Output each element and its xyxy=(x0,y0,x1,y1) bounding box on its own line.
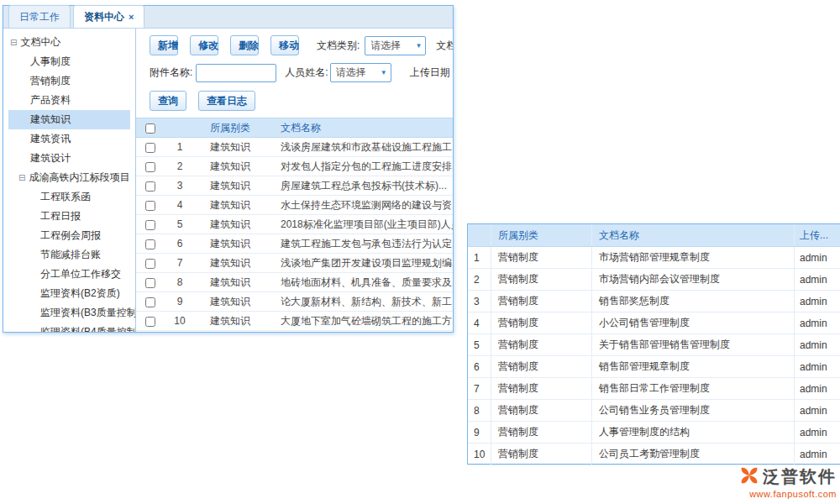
row-category: 建筑知识 xyxy=(195,198,279,213)
row-uploader: admin xyxy=(795,247,840,268)
row-checkbox[interactable] xyxy=(145,220,155,230)
table-row[interactable]: 1 营销制度 市场营销部管理规章制度 admin xyxy=(468,247,840,269)
row-doc-name: 市场营销内部会议管理制度 xyxy=(592,269,795,290)
row-checkbox[interactable] xyxy=(145,297,155,307)
tree-item-product-data[interactable]: 产品资料 xyxy=(8,91,130,110)
fanpu-logo: 泛普软件 www.fanpusoft.com xyxy=(739,465,837,499)
table-row[interactable]: 10 建筑知识 大厦地下室加气砼墙砌筑工程的施工方... xyxy=(136,312,453,331)
tree-item-supervision-b3[interactable]: 监理资料(B3质量控制) xyxy=(8,303,130,323)
row-doc-name: 小公司销售管理制度 xyxy=(592,312,795,333)
content-area: 新增 修改 删除 移动 文档类别: 请选择 ▼ 文档名称: 附件名称: 人员姓名… xyxy=(136,29,453,332)
collapse-icon[interactable]: ⊟ xyxy=(18,173,25,182)
table-row[interactable]: 8 营销制度 公司销售业务员管理制度 admin xyxy=(468,400,840,422)
collapse-icon[interactable]: ⊟ xyxy=(10,38,17,47)
row-uploader: admin xyxy=(795,291,840,312)
row-doc-name: 浅谈房屋建筑和市政基础设施工程施工... xyxy=(279,140,453,155)
table-row[interactable]: 4 营销制度 小公司销售管理制度 admin xyxy=(468,312,840,334)
table-row[interactable]: 2 营销制度 市场营销内部会议管理制度 admin xyxy=(468,269,840,291)
table-row[interactable]: 5 营销制度 关于销售部管理销售管理制度 admin xyxy=(468,334,840,356)
tree-item-supervision-b2[interactable]: 监理资料(B2资质) xyxy=(8,284,130,303)
row-category: 营销制度 xyxy=(491,400,592,421)
tree-item-supervision-b4[interactable]: 监理资料(B4质量控制) xyxy=(8,323,130,332)
tree-item-building-design[interactable]: 建筑设计 xyxy=(8,149,130,168)
documents-table: 所属别类 文档名称 1 建筑知识 浅谈房屋建筑和市政基础设施工程施工... 2 … xyxy=(136,118,453,331)
move-button[interactable]: 移动 xyxy=(270,35,299,55)
tree-item-daily-report[interactable]: 工程日报 xyxy=(8,207,130,226)
table-row[interactable]: 2 建筑知识 对发包人指定分包的工程施工进度安排... xyxy=(136,157,453,176)
row-uploader: admin xyxy=(795,422,840,443)
tree-item-work-transfer[interactable]: 分工单位工作移交 xyxy=(8,265,130,284)
row-index: 5 xyxy=(468,334,491,355)
tree-item-weekly-meeting[interactable]: 工程例会周报 xyxy=(8,226,130,245)
row-checkbox[interactable] xyxy=(145,162,155,172)
table-row[interactable]: 9 建筑知识 论大厦新材料、新结构、新技术、新工... xyxy=(136,292,453,312)
table-row[interactable]: 10 营销制度 公司员工考勤管理制度 admin xyxy=(468,444,840,465)
delete-button[interactable]: 删除 xyxy=(230,35,259,55)
table-row[interactable]: 9 营销制度 人事管理制度的结构 admin xyxy=(468,422,840,444)
toolbar-row-2: 附件名称: 人员姓名: 请选择 ▼ 上传日期 xyxy=(136,63,453,82)
tab-daily-work[interactable]: 日常工作 xyxy=(8,5,71,28)
row-checkbox[interactable] xyxy=(145,317,155,327)
fanpu-site-url: www.fanpusoft.com xyxy=(739,489,837,499)
table-row[interactable]: 7 营销制度 销售部日常工作管理制度 admin xyxy=(468,378,840,400)
tree-item-hr-policy[interactable]: 人事制度 xyxy=(8,52,130,71)
edit-button[interactable]: 修改 xyxy=(190,35,218,55)
row-category: 营销制度 xyxy=(491,269,592,290)
row-doc-name: 市场营销部管理规章制度 xyxy=(592,247,795,268)
person-name-value: 请选择 xyxy=(336,66,366,80)
table-row[interactable]: 6 营销制度 销售部管理规章制度 admin xyxy=(468,356,840,378)
marketing-documents-table: 所属别类 文档名称 上传... 1 营销制度 市场营销部管理规章制度 admin… xyxy=(467,223,840,465)
row-category: 建筑知识 xyxy=(195,160,279,174)
row-uploader: admin xyxy=(795,400,840,421)
row-checkbox[interactable] xyxy=(145,259,155,269)
row-checkbox[interactable] xyxy=(145,201,155,211)
tab-data-center[interactable]: 资料中心× xyxy=(73,5,144,28)
chevron-down-icon: ▼ xyxy=(381,69,387,76)
tree-item-project-letter[interactable]: 工程联系函 xyxy=(8,187,130,207)
table-row[interactable]: 3 营销制度 销售部奖惩制度 admin xyxy=(468,291,840,312)
row-doc-name: 关于销售部管理销售管理制度 xyxy=(592,334,795,355)
row-checkbox[interactable] xyxy=(145,239,155,249)
window-body: ⊟文档中心 人事制度 营销制度 产品资料 建筑知识 建筑资讯 建筑设计 ⊟成渝高… xyxy=(3,29,453,332)
row-checkbox[interactable] xyxy=(145,181,155,192)
toolbar-row-3: 查询 查看日志 xyxy=(136,91,453,111)
query-button[interactable]: 查询 xyxy=(150,91,186,111)
row-category: 建筑知识 xyxy=(195,140,279,155)
tree-item-building-knowledge[interactable]: 建筑知识 xyxy=(8,110,130,129)
row-doc-name: 人事管理制度的结构 xyxy=(592,422,795,443)
row-checkbox[interactable] xyxy=(145,143,155,153)
tree-item-marketing-policy[interactable]: 营销制度 xyxy=(8,71,130,91)
table-row[interactable]: 3 建筑知识 房屋建筑工程总承包投标书(技术标)... xyxy=(136,176,453,196)
attachment-name-input[interactable] xyxy=(196,64,276,82)
header-uploader: 上传... xyxy=(795,224,840,246)
row-index: 8 xyxy=(468,400,491,421)
add-button[interactable]: 新增 xyxy=(150,35,178,55)
table-row[interactable]: 1 建筑知识 浅谈房屋建筑和市政基础设施工程施工... xyxy=(136,138,453,157)
tree-project-label: 成渝高铁内江标段项目 xyxy=(29,171,129,183)
row-doc-name: 浅谈地产集团开发建设项目监理规划编... xyxy=(279,256,453,270)
header-category: 所属别类 xyxy=(195,121,279,135)
row-index: 4 xyxy=(468,312,491,333)
row-index: 7 xyxy=(468,378,491,399)
table-row[interactable]: 6 建筑知识 建筑工程施工发包与承包违法行为认定... xyxy=(136,234,453,254)
tree-item-energy-ledger[interactable]: 节能减排台账 xyxy=(8,245,130,265)
person-name-select[interactable]: 请选择 ▼ xyxy=(330,63,391,82)
tree-root-document-center[interactable]: ⊟文档中心 xyxy=(8,33,135,52)
row-uploader: admin xyxy=(795,269,840,290)
view-log-button[interactable]: 查看日志 xyxy=(198,91,255,111)
table-row[interactable]: 8 建筑知识 地砖地面材料、机具准备、质量要求及... xyxy=(136,273,453,292)
table-row[interactable]: 5 建筑知识 2018标准化监理项目部(业主项目部)人员... xyxy=(136,215,453,234)
table-row[interactable]: 7 建筑知识 浅谈地产集团开发建设项目监理规划编... xyxy=(136,254,453,273)
doc-name-label-clipped: 文档名称: xyxy=(436,39,453,53)
select-all-checkbox[interactable] xyxy=(145,123,155,134)
row-category: 建筑知识 xyxy=(195,218,279,232)
row-checkbox[interactable] xyxy=(145,278,155,288)
doc-type-select[interactable]: 请选择 ▼ xyxy=(365,36,426,55)
table-row[interactable]: 4 建筑知识 水土保持生态环境监测网络的建设与资... xyxy=(136,196,453,215)
tree-item-building-news[interactable]: 建筑资讯 xyxy=(8,129,130,149)
row-category: 建筑知识 xyxy=(195,314,279,328)
row-doc-name: 对发包人指定分包的工程施工进度安排... xyxy=(279,160,453,174)
tab-bar: 日常工作 资料中心× xyxy=(3,6,453,29)
close-icon[interactable]: × xyxy=(129,12,134,22)
tree-root-project[interactable]: ⊟成渝高铁内江标段项目 xyxy=(8,168,135,187)
